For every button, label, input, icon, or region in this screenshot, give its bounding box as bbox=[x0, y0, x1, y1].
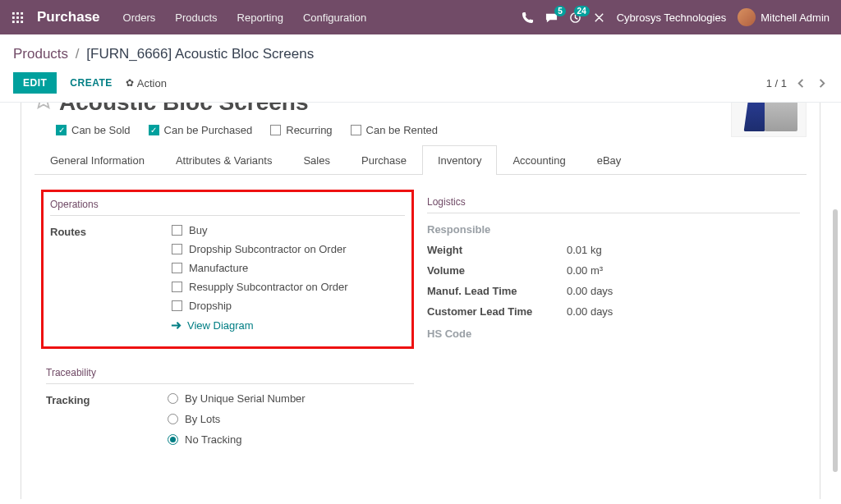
customer-lead-value: 0.00 days bbox=[567, 305, 613, 318]
section-traceability: Traceability bbox=[46, 360, 414, 384]
weight-label: Weight bbox=[427, 244, 567, 256]
arrow-right-icon bbox=[170, 318, 182, 332]
route-dropship[interactable]: Dropship bbox=[172, 300, 405, 312]
activity-badge: 24 bbox=[574, 6, 590, 16]
route-label: Dropship bbox=[189, 300, 232, 312]
routes-options: Buy Dropship Subcontractor on Order Manu… bbox=[172, 224, 405, 332]
app-brand[interactable]: Purchase bbox=[37, 9, 100, 25]
route-label: Resupply Subcontractor on Order bbox=[189, 281, 348, 293]
traceability-section: Traceability Tracking By Unique Serial N… bbox=[41, 360, 414, 454]
nav-products[interactable]: Products bbox=[175, 11, 217, 24]
action-row: EDIT CREATE ✿ Action 1 / 1 bbox=[13, 72, 828, 94]
tracking-option-label: By Lots bbox=[185, 413, 220, 425]
nav-right: 5 24 Cybrosys Technologies Mitchell Admi… bbox=[522, 8, 830, 26]
tab-attributes[interactable]: Attributes & Variants bbox=[160, 145, 288, 175]
flag-can-be-purchased[interactable]: ✓ Can be Purchased bbox=[149, 124, 253, 136]
route-resupply-subcontractor[interactable]: Resupply Subcontractor on Order bbox=[172, 281, 405, 293]
activity-icon[interactable]: 24 bbox=[569, 11, 581, 24]
nav-reporting[interactable]: Reporting bbox=[237, 11, 283, 24]
edit-button[interactable]: EDIT bbox=[13, 72, 57, 94]
pager-text: 1 / 1 bbox=[766, 77, 787, 89]
route-dropship-subcontractor[interactable]: Dropship Subcontractor on Order bbox=[172, 243, 405, 255]
svg-rect-4 bbox=[16, 16, 19, 19]
svg-rect-1 bbox=[16, 12, 19, 15]
tab-inventory[interactable]: Inventory bbox=[422, 145, 497, 175]
responsible-label: Responsible bbox=[427, 222, 567, 236]
breadcrumb-current: [FURN_6666] Acoustic Bloc Screens bbox=[86, 46, 314, 62]
checkbox-icon bbox=[172, 300, 182, 311]
messaging-icon[interactable]: 5 bbox=[545, 11, 558, 24]
route-label: Manufacture bbox=[189, 262, 248, 274]
route-buy[interactable]: Buy bbox=[172, 224, 405, 236]
title-bar: Acoustic Bloc Screens bbox=[34, 103, 807, 114]
radio-icon bbox=[168, 414, 178, 424]
breadcrumb-root[interactable]: Products bbox=[13, 46, 68, 62]
section-operations: Operations bbox=[50, 192, 405, 216]
checkbox-icon: ✓ bbox=[56, 125, 67, 135]
product-image[interactable] bbox=[731, 103, 807, 137]
pager-next[interactable] bbox=[816, 76, 828, 89]
flag-can-be-sold[interactable]: ✓ Can be Sold bbox=[56, 124, 131, 136]
manuf-lead-label: Manuf. Lead Time bbox=[427, 285, 567, 297]
radio-icon bbox=[168, 393, 178, 404]
tab-accounting[interactable]: Accounting bbox=[497, 145, 581, 175]
tracking-option-label: No Tracking bbox=[185, 433, 241, 446]
chat-badge: 5 bbox=[554, 6, 566, 16]
apps-icon[interactable] bbox=[11, 11, 24, 24]
tab-general[interactable]: General Information bbox=[34, 145, 160, 175]
flags-row: ✓ Can be Sold ✓ Can be Purchased Recurri… bbox=[56, 124, 807, 136]
tracking-by-lots[interactable]: By Lots bbox=[168, 413, 414, 425]
tracking-option-label: By Unique Serial Number bbox=[185, 392, 306, 405]
weight-value: 0.01 kg bbox=[567, 244, 602, 256]
scrollbar[interactable] bbox=[833, 209, 838, 472]
debug-icon[interactable] bbox=[593, 11, 605, 24]
tab-sales[interactable]: Sales bbox=[287, 145, 346, 175]
left-column: Operations Routes Buy Dropship Subcontra… bbox=[34, 190, 420, 454]
checkbox-icon bbox=[172, 225, 182, 236]
svg-rect-6 bbox=[12, 21, 15, 23]
tab-body-inventory: Operations Routes Buy Dropship Subcontra… bbox=[34, 175, 807, 454]
action-label: Action bbox=[137, 77, 167, 89]
radio-icon bbox=[168, 434, 178, 445]
pager-prev[interactable] bbox=[795, 76, 807, 89]
right-column: Logistics Responsible Weight 0.01 kg Vol… bbox=[420, 190, 807, 454]
tab-purchase[interactable]: Purchase bbox=[346, 145, 422, 175]
hscode-label: HS Code bbox=[427, 326, 567, 340]
checkbox-icon bbox=[172, 263, 182, 273]
tracking-options: By Unique Serial Number By Lots No Track… bbox=[168, 392, 414, 454]
gear-icon: ✿ bbox=[126, 77, 134, 89]
flag-label: Can be Purchased bbox=[164, 124, 253, 136]
svg-rect-0 bbox=[12, 12, 15, 15]
action-dropdown[interactable]: ✿ Action bbox=[126, 77, 167, 89]
flag-recurring[interactable]: Recurring bbox=[270, 124, 332, 136]
user-menu[interactable]: Mitchell Admin bbox=[738, 8, 830, 26]
favorite-star-icon[interactable] bbox=[34, 103, 53, 112]
company-name[interactable]: Cybrosys Technologies bbox=[617, 11, 726, 24]
svg-marker-10 bbox=[36, 103, 51, 108]
customer-lead-label: Customer Lead Time bbox=[427, 305, 567, 318]
route-label: Dropship Subcontractor on Order bbox=[189, 243, 346, 255]
phone-icon[interactable] bbox=[522, 11, 534, 24]
flag-can-be-rented[interactable]: Can be Rented bbox=[351, 124, 438, 136]
view-diagram-label: View Diagram bbox=[187, 319, 254, 332]
tracking-none[interactable]: No Tracking bbox=[168, 433, 414, 446]
nav-configuration[interactable]: Configuration bbox=[303, 11, 366, 24]
flag-label: Recurring bbox=[286, 124, 332, 136]
checkbox-icon bbox=[172, 282, 182, 292]
svg-rect-7 bbox=[16, 21, 19, 23]
manuf-lead-value: 0.00 days bbox=[567, 285, 613, 297]
form-sheet: Acoustic Bloc Screens ✓ Can be Sold ✓ Ca… bbox=[21, 103, 820, 499]
create-button[interactable]: CREATE bbox=[70, 77, 112, 89]
tracking-label: Tracking bbox=[46, 392, 168, 454]
svg-rect-5 bbox=[21, 16, 23, 19]
route-label: Buy bbox=[189, 224, 207, 236]
checkbox-icon: ✓ bbox=[149, 125, 159, 135]
flag-label: Can be Sold bbox=[71, 124, 131, 136]
nav-orders[interactable]: Orders bbox=[123, 11, 156, 24]
route-manufacture[interactable]: Manufacture bbox=[172, 262, 405, 274]
pager: 1 / 1 bbox=[766, 76, 828, 89]
tracking-by-serial[interactable]: By Unique Serial Number bbox=[168, 392, 414, 405]
tab-ebay[interactable]: eBay bbox=[581, 145, 637, 175]
view-diagram-link[interactable]: View Diagram bbox=[170, 318, 405, 332]
volume-value: 0.00 m³ bbox=[567, 264, 603, 277]
